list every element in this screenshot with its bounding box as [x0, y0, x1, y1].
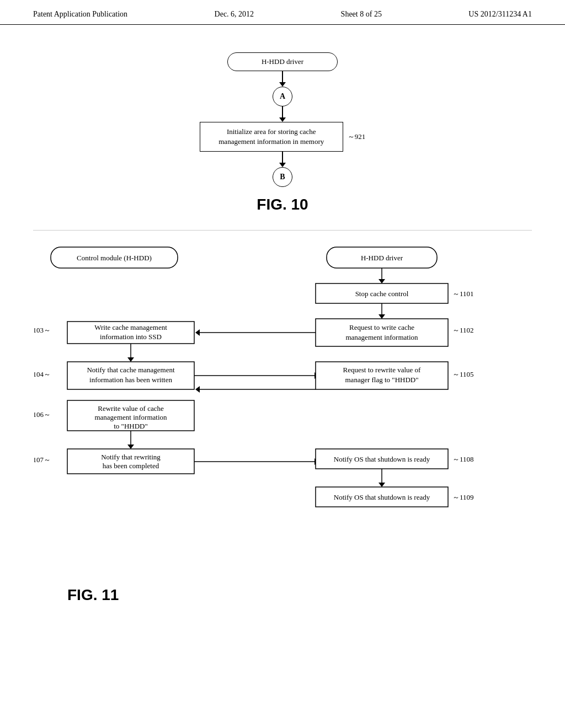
svg-text:Request to write cache: Request to write cache [349, 323, 414, 331]
svg-text:management information: management information [94, 413, 167, 421]
header-center: Dec. 6, 2012 [215, 10, 254, 19]
svg-text:Rewrite value of cache: Rewrite value of cache [98, 404, 164, 413]
svg-text:1106～: 1106～ [34, 410, 51, 419]
svg-text:Control module (H-HDD): Control module (H-HDD) [77, 254, 152, 262]
arrow-head-1 [279, 82, 286, 87]
svg-text:manager flag to "HHDD": manager flag to "HHDD" [345, 376, 419, 384]
svg-marker-10 [379, 314, 385, 319]
circle-b-node: B [273, 167, 292, 187]
svg-text:～1109: ～1109 [452, 493, 474, 501]
fig11-label: FIG. 11 [34, 586, 531, 604]
fig11-svg: Control module (H-HDD) H-HDD driver Stop… [34, 242, 531, 584]
svg-text:to "HHDD": to "HHDD" [114, 422, 148, 430]
svg-text:Stop cache control: Stop cache control [355, 290, 409, 298]
init-box-node: Initialize area for storing cachemanagem… [200, 122, 343, 152]
hdd-driver-top-node: H-HDD driver [227, 52, 338, 71]
page-header: Patent Application Publication Dec. 6, 2… [0, 0, 565, 25]
arrow-head-3 [279, 163, 286, 167]
ref-921: ～921 [348, 132, 366, 142]
svg-marker-34 [195, 386, 200, 393]
svg-text:1104～: 1104～ [34, 370, 51, 378]
svg-text:Write cache management: Write cache management [94, 323, 167, 331]
arrow-head-2 [279, 117, 286, 122]
svg-text:management information: management information [345, 333, 418, 341]
svg-text:～1101: ～1101 [452, 290, 474, 298]
init-box-row: Initialize area for storing cachemanagem… [200, 122, 366, 152]
svg-text:has been completed: has been completed [103, 462, 159, 470]
header-sheet: Sheet 8 of 25 [341, 10, 382, 19]
svg-marker-41 [127, 445, 134, 449]
svg-text:～1105: ～1105 [452, 370, 474, 378]
svg-text:Notify that rewriting: Notify that rewriting [101, 453, 161, 461]
svg-text:Notify OS that shutdown is rea: Notify OS that shutdown is ready [334, 493, 430, 501]
header-left: Patent Application Publication [33, 10, 127, 19]
svg-marker-52 [379, 483, 385, 487]
svg-text:Notify OS that shutdown is rea: Notify OS that shutdown is ready [334, 455, 430, 463]
svg-marker-5 [379, 279, 385, 283]
fig11-container: Control module (H-HDD) H-HDD driver Stop… [34, 242, 531, 604]
svg-text:information has been written: information has been written [89, 376, 172, 384]
page-content: H-HDD driver A Initialize area for stori… [0, 25, 565, 620]
fig10-label: FIG. 10 [257, 196, 308, 213]
arrow-line-1 [282, 71, 283, 82]
svg-text:1107～: 1107～ [34, 456, 51, 464]
svg-marker-16 [195, 329, 200, 336]
svg-text:information into SSD: information into SSD [100, 333, 162, 341]
svg-text:Request to rewrite value of: Request to rewrite value of [343, 366, 421, 374]
arrow-line-2 [282, 106, 283, 117]
circle-a-node: A [273, 87, 292, 106]
svg-marker-22 [127, 357, 134, 362]
header-right: US 2012/311234 A1 [468, 10, 532, 19]
fig10-diagram: H-HDD driver A Initialize area for stori… [33, 52, 532, 213]
svg-text:H-HDD driver: H-HDD driver [361, 254, 403, 262]
svg-text:Notify that cache management: Notify that cache management [87, 366, 175, 374]
svg-text:1103～: 1103～ [34, 326, 51, 334]
arrow-line-3 [282, 152, 283, 163]
svg-text:～1108: ～1108 [452, 455, 474, 463]
svg-text:～1102: ～1102 [452, 326, 474, 334]
